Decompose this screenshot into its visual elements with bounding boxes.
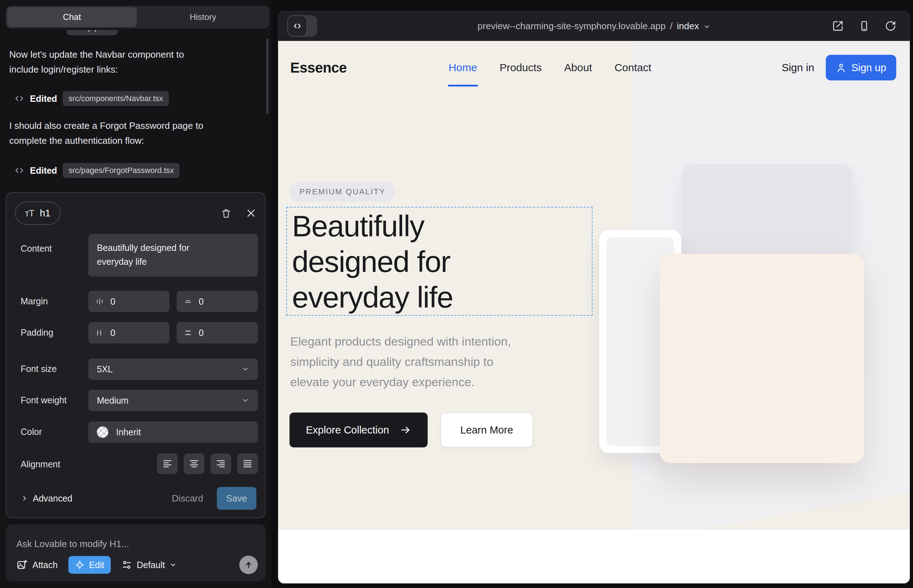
chevron-down-icon [170, 561, 176, 569]
code-icon [14, 165, 24, 176]
edit-mode-button[interactable]: Edit [68, 556, 111, 574]
nav-link-products[interactable]: Products [500, 61, 542, 74]
font-size-select[interactable]: 5XL [88, 359, 258, 380]
decorative-card-beige [660, 254, 864, 463]
next-section [278, 530, 910, 583]
url-breadcrumb[interactable]: preview--charming-site-symphony.lovable.… [478, 21, 711, 32]
explore-collection-button[interactable]: Explore Collection [290, 412, 427, 447]
align-right-button[interactable] [210, 454, 231, 474]
attach-button[interactable]: Attach [16, 559, 58, 570]
color-picker[interactable]: Inherit [88, 422, 258, 443]
arrow-up-icon [244, 560, 253, 570]
align-left-button[interactable] [157, 454, 178, 474]
margin-label: Margin [21, 296, 48, 307]
truncated-chip[interactable] [66, 30, 118, 35]
font-weight-select[interactable]: Medium [88, 390, 258, 411]
edited-label: Edited [30, 165, 57, 176]
assistant-message: I should also create a Forgot Password p… [9, 118, 203, 148]
edited-label: Edited [30, 94, 57, 104]
tab-history[interactable]: History [138, 7, 268, 27]
selected-h1-element[interactable]: Beautifully designed for everyday life [286, 207, 592, 316]
premium-quality-badge: PREMIUM QUALITY [290, 182, 396, 202]
editor-header: тT h1 [15, 202, 256, 225]
mode-selector[interactable]: Default [121, 559, 176, 570]
selected-element-chip: тT h1 [15, 202, 60, 225]
margin-horizontal-icon [96, 297, 104, 306]
mobile-view-icon[interactable] [858, 20, 870, 32]
decorative-wedge [696, 492, 910, 530]
edited-file-row: Edited src/components/Navbar.tsx [14, 91, 169, 106]
trash-icon[interactable] [221, 208, 231, 218]
color-label: Color [21, 427, 42, 437]
font-weight-label: Font weight [21, 395, 66, 405]
font-size-label: Font size [21, 364, 57, 374]
hero-cta-row: Explore Collection Learn More [290, 412, 533, 447]
url-separator: / [670, 21, 673, 32]
padding-vertical-icon [184, 328, 192, 337]
nav-links: Home Products About Contact [448, 61, 651, 74]
chevron-right-icon [21, 494, 29, 502]
padding-x-input[interactable]: 0 [88, 322, 170, 344]
send-button[interactable] [239, 556, 258, 574]
sign-up-button[interactable]: Sign up [826, 55, 896, 81]
nav-link-home[interactable]: Home [448, 61, 477, 74]
chevron-down-icon [241, 365, 249, 373]
url-domain: preview--charming-site-symphony.lovable.… [478, 21, 665, 32]
padding-y-input[interactable]: 0 [176, 322, 258, 344]
code-preview-toggle[interactable] [287, 15, 317, 37]
refresh-icon[interactable] [885, 20, 896, 32]
chevron-down-icon [241, 396, 249, 404]
align-center-button[interactable] [184, 454, 204, 474]
chevron-down-icon [703, 23, 711, 30]
tab-chat[interactable]: Chat [7, 7, 137, 27]
hero-paragraph: Elegant products designed with intention… [290, 331, 511, 392]
element-tag-label: h1 [40, 208, 50, 219]
arrow-right-icon [400, 424, 411, 436]
chat-sidebar: Chat History Now let's update the Navbar… [0, 0, 271, 588]
file-chip-navbar[interactable]: src/components/Navbar.tsx [63, 91, 168, 106]
chat-scrollbar[interactable] [266, 39, 269, 114]
browser-toolbar: preview--charming-site-symphony.lovable.… [278, 11, 910, 41]
nav-link-about[interactable]: About [564, 61, 592, 74]
align-justify-button[interactable] [237, 454, 258, 474]
nav-link-contact[interactable]: Contact [615, 61, 651, 74]
chat-history-tabs: Chat History [6, 6, 269, 29]
padding-label: Padding [21, 328, 53, 338]
color-swatch-transparent [97, 426, 108, 438]
padding-horizontal-icon [96, 328, 104, 337]
close-icon[interactable] [246, 208, 256, 218]
content-textarea[interactable]: Beautifully designed for everyday life [88, 234, 258, 276]
margin-vertical-icon [184, 297, 192, 306]
site-navbar: Essence Home Products About Contact Sign… [278, 41, 910, 94]
code-icon [287, 15, 307, 37]
assistant-message: Now let's update the Navbar component to… [9, 47, 184, 77]
open-external-icon[interactable] [832, 20, 843, 32]
file-chip-forgot-password[interactable]: src/pages/ForgotPassword.tsx [63, 163, 180, 178]
save-button[interactable]: Save [217, 487, 256, 510]
typography-icon: тT [25, 208, 34, 219]
content-label: Content [21, 244, 52, 254]
preview-window: preview--charming-site-symphony.lovable.… [278, 11, 910, 584]
edited-file-row: Edited src/pages/ForgotPassword.tsx [14, 163, 180, 178]
site-logo: Essence [290, 60, 347, 76]
site-viewport: Essence Home Products About Contact Sign… [278, 41, 910, 583]
sliders-icon [121, 559, 132, 570]
margin-y-input[interactable]: 0 [176, 291, 258, 312]
element-editor-panel: тT h1 Content Beautifully designed for e… [6, 192, 265, 518]
target-icon [75, 560, 85, 570]
alignment-buttons [157, 454, 258, 474]
alignment-label: Alignment [21, 459, 60, 470]
hero-section: Essence Home Products About Contact Sign… [278, 41, 910, 530]
margin-x-input[interactable]: 0 [88, 291, 170, 312]
chat-composer: Ask Lovable to modify H1... Attach Edit … [6, 524, 265, 581]
learn-more-button[interactable]: Learn More [440, 412, 533, 447]
code-icon [14, 94, 24, 103]
user-icon [836, 62, 847, 73]
url-page: index [677, 21, 699, 32]
sign-in-link[interactable]: Sign in [782, 61, 814, 74]
advanced-toggle[interactable]: Advanced [21, 493, 72, 504]
attach-image-icon [16, 559, 28, 570]
discard-button[interactable]: Discard [172, 493, 203, 504]
hero-heading: Beautifully designed for everyday life [287, 207, 554, 315]
composer-input[interactable]: Ask Lovable to modify H1... [16, 538, 129, 549]
